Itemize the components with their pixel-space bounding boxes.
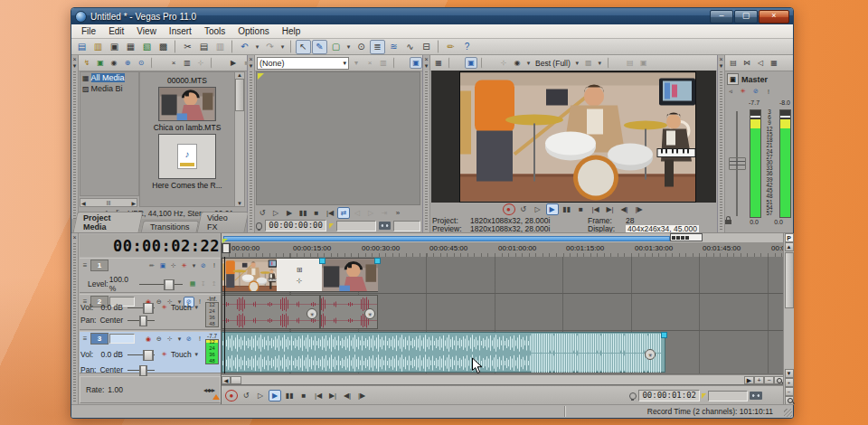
- dock-strip[interactable]: ×▾: [71, 55, 79, 232]
- media-item-thumbnail[interactable]: [158, 87, 216, 121]
- timeline-timecode-display[interactable]: 00:00:02:22: [80, 234, 220, 257]
- timeline-body[interactable]: 00:00:0000:00:15:0000:00:30:0000:00:45:0…: [221, 233, 784, 405]
- trimmer-save-icon[interactable]: ▾: [350, 57, 363, 69]
- split-screen-view-icon[interactable]: ◉: [511, 57, 524, 69]
- track-name-box[interactable]: [109, 334, 135, 344]
- paste-icon[interactable]: ▥: [212, 40, 228, 54]
- mute-icon[interactable]: ⊘: [750, 86, 761, 97]
- time-ruler[interactable]: 00:00:0000:00:15:0000:00:30:0000:00:45:0…: [222, 242, 784, 258]
- selection-start-box[interactable]: [336, 221, 376, 231]
- audio-track-lane-2[interactable]: ✳ ✳: [222, 294, 784, 331]
- separator[interactable]: [151, 57, 164, 69]
- drag-grip[interactable]: [73, 71, 76, 230]
- master-fader[interactable]: [731, 111, 743, 216]
- separator[interactable]: [393, 57, 406, 69]
- pen-tool-icon[interactable]: P: [785, 233, 794, 242]
- solo-icon[interactable]: !: [209, 260, 220, 271]
- timeline-h-scrollbar[interactable]: ◀ ▶ + −: [222, 374, 784, 384]
- track-composite-mode-icon[interactable]: ▣: [157, 260, 168, 271]
- new-project-icon[interactable]: ▤: [74, 40, 90, 54]
- remove-media-icon[interactable]: ×: [167, 57, 180, 69]
- cursor-timecode[interactable]: 00:00:01:02: [638, 390, 700, 401]
- add-to-timeline-icon[interactable]: ⇥: [378, 207, 391, 219]
- import-media-icon[interactable]: ▣: [94, 57, 107, 69]
- pan-slider[interactable]: [127, 370, 155, 371]
- play-icon[interactable]: ▶: [283, 207, 296, 219]
- close-icon[interactable]: ×: [72, 234, 76, 241]
- import-media-icon[interactable]: ▧: [139, 40, 155, 54]
- normal-edit-tool-icon[interactable]: ↖: [296, 40, 311, 54]
- loop-playback-icon[interactable]: ↺: [256, 207, 269, 219]
- invert-phase-icon[interactable]: ⊖: [154, 334, 165, 345]
- dock-strip[interactable]: ×▾: [718, 55, 725, 232]
- stop-icon[interactable]: ■: [297, 390, 310, 401]
- level-slider[interactable]: [139, 284, 183, 285]
- bus-icon[interactable]: ▣: [727, 73, 739, 85]
- record-icon[interactable]: ●: [503, 203, 515, 215]
- media-properties-icon[interactable]: ▥: [181, 57, 193, 69]
- media-item-label[interactable]: Chica on lamb.MTS: [154, 123, 222, 132]
- automation-dropdown-icon[interactable]: ▾: [175, 334, 184, 345]
- tab-video-fx[interactable]: Video FX: [197, 212, 250, 232]
- close-icon[interactable]: ×: [249, 56, 252, 62]
- audio-event[interactable]: ✳: [222, 295, 320, 329]
- close-button[interactable]: ×: [759, 10, 789, 24]
- sync-cursor-icon[interactable]: ⇄: [337, 207, 350, 219]
- open-icon[interactable]: ▥: [90, 40, 106, 54]
- pause-icon[interactable]: ▮▮: [297, 207, 309, 219]
- prev-frame-icon[interactable]: ◀|: [618, 203, 631, 215]
- go-to-start-icon[interactable]: |◀: [312, 390, 325, 401]
- zoom-out-track-icon[interactable]: −: [785, 387, 794, 396]
- automation-settings-icon[interactable]: ✳: [159, 349, 170, 360]
- automation-dropdown-icon[interactable]: ▾: [190, 260, 198, 271]
- minimize-button[interactable]: –: [710, 10, 733, 24]
- make-compositing-parent-icon[interactable]: ↥: [209, 279, 220, 289]
- save-icon[interactable]: ▣: [107, 40, 122, 54]
- envelope-edit-tool-icon[interactable]: ✎: [312, 40, 327, 54]
- overlays-dropdown-icon[interactable]: ▾: [596, 57, 604, 69]
- play-from-start-icon[interactable]: ▷: [254, 390, 267, 401]
- media-search-icon[interactable]: ⊙: [135, 57, 147, 69]
- zoom-in-track-icon[interactable]: +: [785, 378, 794, 387]
- automation-mode[interactable]: Touch: [171, 303, 192, 312]
- solo-icon[interactable]: !: [194, 334, 205, 345]
- tab-transitions[interactable]: Transitions: [141, 221, 199, 232]
- close-icon[interactable]: ×: [72, 56, 76, 62]
- overflow-icon[interactable]: »: [392, 207, 404, 219]
- interactive-tutorials-icon[interactable]: ✏: [443, 40, 458, 54]
- event-fx-icon[interactable]: ✳: [307, 308, 317, 319]
- selection-end-box[interactable]: [393, 221, 420, 231]
- scroll-up-icon[interactable]: ▲: [785, 242, 794, 251]
- quality-dropdown-icon[interactable]: ▾: [524, 57, 533, 69]
- enable-snapping-icon[interactable]: ≣: [370, 40, 385, 54]
- copy-snapshot-icon[interactable]: ▤: [624, 57, 637, 69]
- stop-icon[interactable]: ■: [575, 203, 588, 215]
- tree-h-scrollbar[interactable]: ◀|||▶: [80, 198, 137, 207]
- media-list-scrollbar[interactable]: ▲▼: [234, 71, 245, 207]
- close-icon[interactable]: ×: [719, 56, 722, 62]
- lock-envelopes-icon[interactable]: ∿: [402, 40, 418, 54]
- loop-playback-icon[interactable]: ↺: [517, 203, 530, 215]
- next-frame-icon[interactable]: ▷: [364, 207, 377, 219]
- video-event-thumbnail[interactable]: [222, 259, 277, 291]
- save-snapshot-icon[interactable]: ▣: [637, 57, 650, 69]
- whats-this-help-icon[interactable]: ?: [459, 40, 475, 54]
- pause-icon[interactable]: ▮▮: [283, 390, 296, 401]
- loop-playback-icon[interactable]: ↺: [240, 390, 252, 401]
- tree-item-media-bins[interactable]: ▨Media Bi: [80, 83, 138, 94]
- pause-icon[interactable]: ▮▮: [561, 203, 573, 215]
- redo-dropdown-icon[interactable]: ▾: [278, 40, 287, 54]
- video-track-lane[interactable]: ⊞⊹: [222, 257, 784, 294]
- separator[interactable]: [175, 40, 176, 53]
- resize-grip[interactable]: [784, 409, 792, 417]
- pan-value[interactable]: Center: [99, 365, 123, 374]
- external-monitor-icon[interactable]: ▣: [410, 57, 422, 69]
- event-handle[interactable]: [374, 258, 381, 264]
- scroll-right-icon[interactable]: ▶: [744, 376, 754, 384]
- separator[interactable]: [448, 57, 461, 69]
- insert-audio-bus-icon[interactable]: ▤: [727, 57, 740, 69]
- event-handle[interactable]: [319, 258, 326, 264]
- scroll-left-icon[interactable]: ◀: [222, 376, 231, 384]
- cut-icon[interactable]: ✂: [180, 40, 195, 54]
- redo-icon[interactable]: ↷: [262, 40, 278, 54]
